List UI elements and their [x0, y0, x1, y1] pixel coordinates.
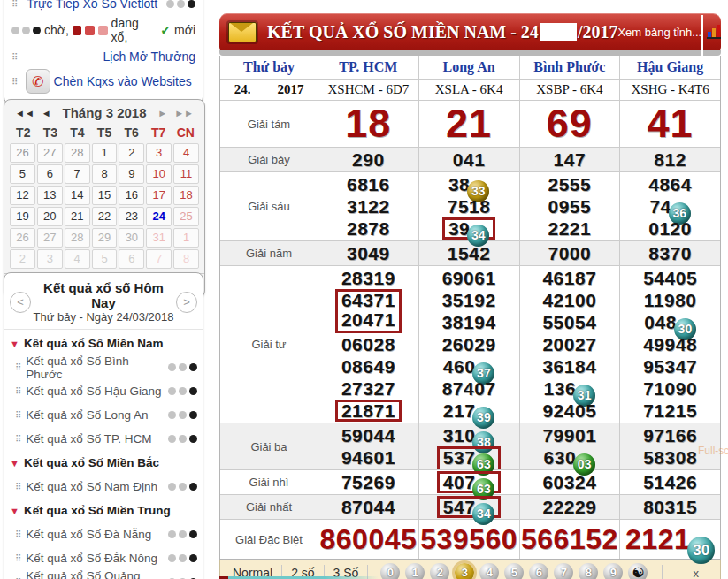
sidebar-item[interactable]: ⠿Kết quả xổ Số TP. HCM: [8, 427, 199, 451]
calendar-day[interactable]: 13: [37, 186, 63, 205]
prize-cell: 147: [519, 148, 620, 171]
vietlott-live-link[interactable]: Trực Tiếp Xổ Số Vietlott: [27, 0, 157, 11]
calendar-day[interactable]: 31: [146, 228, 172, 248]
prize-cell: 041: [418, 148, 519, 171]
prize-label: Giải Đặc Biệt: [220, 520, 318, 559]
digit-ball-2[interactable]: 2: [430, 563, 449, 579]
next-day-button[interactable]: >: [176, 292, 197, 313]
calendar-day[interactable]: 5: [92, 249, 118, 269]
sidebar-item[interactable]: ⠿Kết quả xổ Số Đắk Nông: [8, 546, 199, 570]
result-line: 2878: [318, 217, 418, 240]
digit-ball-6[interactable]: 6: [529, 563, 548, 579]
calendar-day[interactable]: 4: [65, 249, 90, 269]
prize-label: Giải năm: [220, 241, 318, 265]
calendar-day[interactable]: 1: [173, 228, 199, 248]
calendar-day[interactable]: 30: [119, 228, 144, 248]
sidebar-item[interactable]: ▼Kết quả xổ Số Miền Trung: [8, 499, 199, 522]
calendar-day[interactable]: 8: [92, 164, 118, 184]
sidebar-item-label: Kết quả xổ Số Miền Bắc: [24, 456, 159, 469]
prev-year-button[interactable]: ◄◄: [11, 108, 38, 118]
result-line: 20471: [318, 311, 418, 333]
divider: [662, 565, 663, 579]
digit-ball-3[interactable]: 3: [455, 563, 474, 579]
calendar-day[interactable]: 6: [37, 164, 63, 184]
calendar-day[interactable]: 17: [146, 186, 172, 205]
calendar-day[interactable]: 28: [65, 228, 90, 248]
calendar-day[interactable]: 6: [119, 249, 144, 269]
day-header: Thứ bảy: [220, 56, 318, 79]
sidebar-item[interactable]: ⠿Kết quả xổ Số Bình Phước: [8, 355, 199, 379]
sidebar-item[interactable]: ▼Kết quả xổ Số Miền Nam: [8, 331, 199, 355]
digit-ball-0[interactable]: 0: [380, 563, 400, 579]
calendar-day[interactable]: 28: [65, 143, 90, 163]
calendar-day[interactable]: 10: [146, 164, 172, 184]
calendar-day[interactable]: 14: [65, 186, 90, 205]
prize-cell: 51426: [619, 470, 720, 494]
calendar-day[interactable]: 2: [10, 249, 35, 269]
calendar-day[interactable]: 19: [10, 207, 35, 226]
schedule-link[interactable]: Lịch Mở Thưởng: [103, 50, 195, 64]
prize-cell: 7000: [519, 241, 620, 265]
x-button[interactable]: x: [675, 567, 717, 579]
draw-code: XSLA - 6K4: [418, 80, 519, 100]
calendar-day[interactable]: 7: [65, 164, 90, 184]
calendar-day[interactable]: 12: [10, 186, 35, 205]
calendar-day[interactable]: 21: [65, 207, 90, 226]
digit-ball-1[interactable]: 1: [405, 563, 425, 579]
sidebar-item-label: Kết quả xổ Số Miền Trung: [24, 504, 171, 517]
embed-link[interactable]: Chèn Kqxs vào Websites: [54, 74, 192, 88]
calendar-day[interactable]: 22: [92, 207, 118, 226]
calendar-day[interactable]: 16: [119, 186, 144, 205]
next-month-button[interactable]: ►: [154, 108, 171, 118]
digit-ball-4[interactable]: 4: [479, 563, 499, 579]
calendar-day[interactable]: 18: [173, 186, 199, 205]
calendar-day[interactable]: 1: [92, 143, 118, 163]
sidebar-item[interactable]: ⠿Kết quả xổ Số Long An: [8, 403, 199, 427]
result-line: 3833: [419, 173, 519, 195]
calendar-day[interactable]: 9: [119, 164, 144, 184]
calendar-day[interactable]: 3: [146, 143, 172, 163]
calendar-day[interactable]: 27: [37, 143, 63, 163]
calendar-day[interactable]: 26: [10, 228, 35, 248]
prev-month-button[interactable]: ◄: [38, 108, 55, 118]
digit-ball-7[interactable]: 7: [554, 563, 573, 579]
calendar-day-selected[interactable]: 24: [146, 207, 172, 226]
digit-ball-9[interactable]: 9: [603, 563, 623, 579]
calendar-day[interactable]: 23: [119, 207, 144, 226]
calendar-day[interactable]: 27: [37, 228, 63, 248]
calendar-day[interactable]: 4: [173, 143, 199, 163]
sidebar-item[interactable]: ⠿Kết quả xổ Số Hậu Giang: [8, 379, 199, 403]
province-header[interactable]: TP. HCM: [318, 56, 418, 79]
vietlott-live-row[interactable]: ⠿ Trực Tiếp Xổ Số Vietlott: [10, 0, 197, 13]
sidebar-item[interactable]: ⠿Kết quả xổ Số Quảng Ngãi: [8, 570, 199, 579]
digit-balls: 0123456789☯: [380, 563, 648, 579]
calendar-day[interactable]: 3: [37, 249, 63, 269]
province-header[interactable]: Bình Phước: [519, 56, 620, 79]
calendar-day[interactable]: 20: [37, 207, 63, 226]
next-year-button[interactable]: ►►: [171, 108, 197, 118]
calendar-day[interactable]: 5: [10, 164, 35, 184]
view-province-table-link[interactable]: Xem bảng tỉnh...: [617, 26, 701, 39]
calendar-day[interactable]: 25: [173, 207, 199, 226]
result-number: 80315: [643, 496, 697, 518]
today-box-titles: Kết quả xổ số Hôm Nay Thứ bảy - Ngày 24/…: [31, 280, 176, 324]
calendar-day[interactable]: 11: [173, 164, 199, 184]
sidebar-item[interactable]: ▼Kết quả xổ Số Miền Bắc: [8, 451, 199, 475]
sidebar-item[interactable]: ⠿Kết quả xổ Số Đà Nẵng: [8, 522, 199, 546]
calendar-day[interactable]: 8: [173, 249, 199, 269]
province-header[interactable]: Long An: [418, 56, 519, 79]
prev-day-button[interactable]: <: [10, 292, 31, 313]
calendar-day[interactable]: 26: [10, 143, 35, 163]
prize-cell: 290: [318, 148, 418, 171]
calendar-day[interactable]: 2: [119, 143, 144, 163]
calendar-day[interactable]: 29: [92, 228, 118, 248]
digit-ball-8[interactable]: 8: [579, 563, 598, 579]
digit-ball-5[interactable]: 5: [504, 563, 524, 579]
province-header[interactable]: Hậu Giang: [619, 56, 720, 79]
result-line: 55054: [520, 311, 620, 333]
sidebar-item[interactable]: ⠿Kết quả xổ Số Nam Định: [8, 475, 199, 499]
yinyang-ball[interactable]: ☯: [628, 563, 648, 579]
calendar-day[interactable]: 7: [146, 249, 172, 269]
bar-chart-icon[interactable]: [707, 25, 721, 39]
calendar-day[interactable]: 15: [92, 186, 118, 205]
